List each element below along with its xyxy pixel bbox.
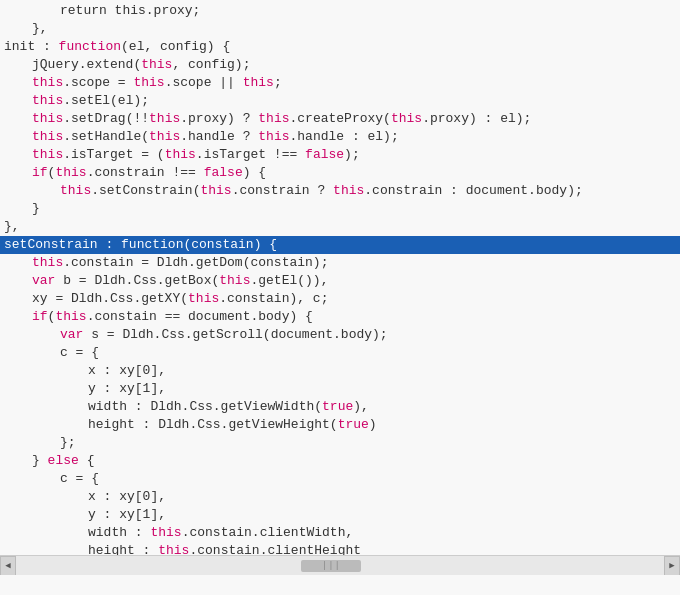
table-row: this.setConstrain(this.constrain ? this.… [0, 182, 680, 200]
table-row: y : xy[1], [0, 380, 680, 398]
code-token-plain: } [32, 452, 48, 470]
table-row: x : xy[0], [0, 488, 680, 506]
code-token-kw: this [149, 110, 180, 128]
code-token-kw: this [188, 290, 219, 308]
table-row: setConstrain : function(constain) { [0, 236, 680, 254]
code-token-plain: .handle : el); [290, 128, 399, 146]
code-token-kw: this [141, 56, 172, 74]
table-row: this.setHandle(this.handle ? this.handle… [0, 128, 680, 146]
code-token-plain: .handle ? [180, 128, 258, 146]
table-row: y : xy[1], [0, 506, 680, 524]
code-token-plain: s = Dldh.Css.getScroll(document.body); [83, 326, 387, 344]
code-token-plain: jQuery.extend( [32, 56, 141, 74]
code-token-plain: .constain.clientWidth, [182, 524, 354, 542]
code-token-plain: .isTarget !== [196, 146, 305, 164]
code-token-plain: .setHandle( [63, 128, 149, 146]
code-token-plain: }, [4, 218, 20, 236]
code-token-kw: this [333, 182, 364, 200]
code-token-kw: var [32, 272, 55, 290]
table-row: c = { [0, 344, 680, 362]
scrollbar-thumb[interactable]: ||| [301, 560, 361, 572]
code-token-plain: ; [274, 74, 282, 92]
code-token-kw: this [133, 74, 164, 92]
code-token-kw: this [32, 254, 63, 272]
table-row: height : Dldh.Css.getViewHeight(true) [0, 416, 680, 434]
table-row: } [0, 200, 680, 218]
code-token-plain: .isTarget = ( [63, 146, 164, 164]
code-token-kw: this [150, 524, 181, 542]
horizontal-scrollbar[interactable]: ◀ ||| ▶ [0, 555, 680, 575]
code-token-plain: .proxy) : el); [422, 110, 531, 128]
code-token-kw: this [165, 146, 196, 164]
code-token-kw: true [322, 398, 353, 416]
table-row: jQuery.extend(this, config); [0, 56, 680, 74]
code-token-kw: if [32, 164, 48, 182]
table-row: init : function(el, config) { [0, 38, 680, 56]
table-row: return this.proxy; [0, 2, 680, 20]
code-token-plain: c = { [60, 470, 99, 488]
code-token-kw: this [219, 272, 250, 290]
table-row: this.setEl(el); [0, 92, 680, 110]
code-token-plain: xy = Dldh.Css.getXY( [32, 290, 188, 308]
table-row: var s = Dldh.Css.getScroll(document.body… [0, 326, 680, 344]
code-token-kw: this [55, 308, 86, 326]
code-token-kw: this [32, 74, 63, 92]
code-token-plain: ( [48, 308, 56, 326]
code-token-plain: init : [4, 38, 59, 56]
table-row: width : Dldh.Css.getViewWidth(true), [0, 398, 680, 416]
code-token-plain: .createProxy( [290, 110, 391, 128]
code-token-plain: .scope || [165, 74, 243, 92]
code-token-plain: .constrain ? [232, 182, 333, 200]
code-token-plain: .getEl()), [250, 272, 328, 290]
table-row: this.constain = Dldh.getDom(constain); [0, 254, 680, 272]
table-row: }; [0, 434, 680, 452]
code-token-plain: .scope = [63, 74, 133, 92]
table-row: this.isTarget = (this.isTarget !== false… [0, 146, 680, 164]
code-token-kw: this [258, 128, 289, 146]
code-token-plain: ); [344, 146, 360, 164]
scroll-left-button[interactable]: ◀ [0, 556, 16, 576]
code-token-plain: ), [353, 398, 369, 416]
code-token-plain: width : [88, 524, 150, 542]
code-token-plain: c = { [60, 344, 99, 362]
code-token-plain: }, [32, 20, 48, 38]
code-token-plain: .setDrag(!! [63, 110, 149, 128]
code-token-plain: .constrain !== [87, 164, 204, 182]
code-token-plain: .constrain : document.body); [364, 182, 582, 200]
code-token-kw: this [149, 128, 180, 146]
code-token-plain: .constain = Dldh.getDom(constain); [63, 254, 328, 272]
code-token-plain: } [32, 200, 40, 218]
table-row: x : xy[0], [0, 362, 680, 380]
code-token-kw: true [338, 416, 369, 434]
code-token-kw: function [59, 38, 121, 56]
code-token-plain: }; [60, 434, 76, 452]
scroll-right-button[interactable]: ▶ [664, 556, 680, 576]
code-token-plain: .setConstrain( [91, 182, 200, 200]
code-token-plain: height : Dldh.Css.getViewHeight( [88, 416, 338, 434]
code-token-plain: b = Dldh.Css.getBox( [55, 272, 219, 290]
table-row: if(this.constain == document.body) { [0, 308, 680, 326]
code-token-plain: setConstrain : [4, 236, 121, 254]
code-token-plain: y : xy[1], [88, 506, 166, 524]
code-token-kw: false [305, 146, 344, 164]
table-row: }, [0, 218, 680, 236]
table-row: c = { [0, 470, 680, 488]
code-token-plain: y : xy[1], [88, 380, 166, 398]
table-row: } else { [0, 452, 680, 470]
code-token-plain: , config); [172, 56, 250, 74]
code-token-plain: ) { [243, 164, 266, 182]
code-token-plain: width : Dldh.Css.getViewWidth( [88, 398, 322, 416]
table-row: }, [0, 20, 680, 38]
table-row: if(this.constrain !== false) { [0, 164, 680, 182]
code-token-kw: this [32, 146, 63, 164]
code-token-plain: ) [369, 416, 377, 434]
code-token-plain: return this.proxy; [60, 2, 200, 20]
code-token-plain: ( [48, 164, 56, 182]
table-row: this.scope = this.scope || this; [0, 74, 680, 92]
scrollbar-track[interactable]: ||| [18, 560, 662, 572]
code-token-plain: .constain == document.body) { [87, 308, 313, 326]
code-editor: return this.proxy;},init : function(el, … [0, 0, 680, 575]
code-token-kw: this [258, 110, 289, 128]
code-lines: return this.proxy;},init : function(el, … [0, 0, 680, 575]
code-token-plain: .setEl(el); [63, 92, 149, 110]
